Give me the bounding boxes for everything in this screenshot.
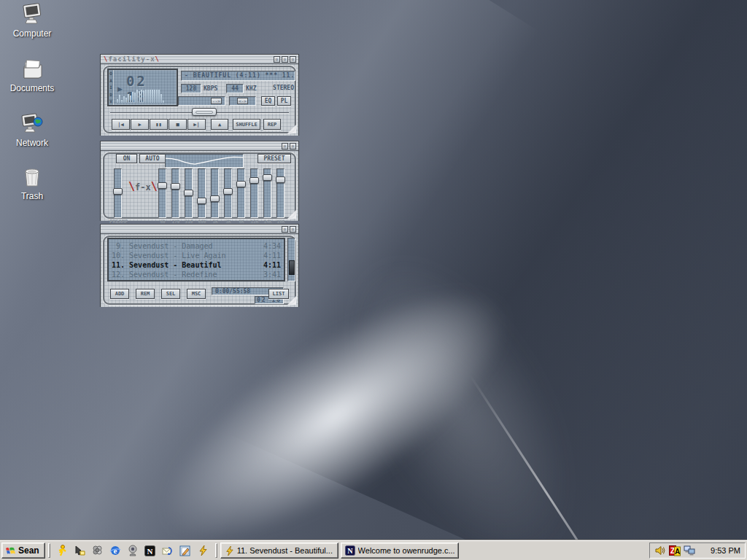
eq-band-knob[interactable] <box>171 183 180 190</box>
balance-slider-handle[interactable]: <-> <box>237 98 248 104</box>
task-button-winamp[interactable]: 11. Sevendust - Beautiful... <box>220 542 338 559</box>
start-button[interactable]: Sean <box>1 542 45 559</box>
media-icon[interactable] <box>74 544 87 557</box>
volume-icon[interactable] <box>654 545 666 556</box>
eq-band-knob[interactable] <box>158 182 167 189</box>
playlist-item[interactable]: 10. Sevendust - Live Again 4:11 <box>112 251 281 260</box>
previous-button[interactable]: |◀ <box>112 119 130 130</box>
playlist-select-button[interactable]: SEL <box>161 289 180 299</box>
aim-icon[interactable] <box>56 544 69 557</box>
volume-slider[interactable]: --> <box>178 96 225 106</box>
playlist-list-button[interactable]: LIST <box>268 289 289 299</box>
desktop-icon-label: Computer <box>6 28 58 39</box>
eq-on-button[interactable]: ON <box>116 154 137 163</box>
pause-button[interactable]: ▮▮ <box>150 119 168 130</box>
playlist-toggle-button[interactable]: PL <box>277 96 291 106</box>
eq-titlebar[interactable]: o o <box>101 141 298 151</box>
zonealarm-icon[interactable]: ZA <box>669 545 681 556</box>
playlist-misc-button[interactable]: MSC <box>187 289 206 299</box>
eq-band-slider[interactable]: 60 <box>158 168 166 218</box>
eq-band-label: 310 <box>182 219 196 224</box>
spectrum-analyzer[interactable] <box>117 87 174 103</box>
main-titlebar[interactable]: \facility-x\ o o o <box>101 55 298 64</box>
eq-band-knob[interactable] <box>263 174 272 181</box>
internet-explorer-icon[interactable]: e <box>109 544 122 557</box>
taskbar-divider[interactable] <box>215 543 217 558</box>
eq-curve <box>165 154 244 168</box>
playlist-item[interactable]: 12. Sevendust - Redefine 3:41 <box>112 270 281 279</box>
shade-icon[interactable]: o <box>282 56 288 63</box>
clutterbar[interactable]: OAIDV <box>109 70 114 105</box>
seek-handle[interactable] <box>192 108 217 116</box>
song-title-marquee[interactable]: - BEAUTIFUL (4:11) *** 11. S <box>181 71 295 81</box>
eq-band-slider[interactable]: 1K <box>211 168 219 218</box>
stop-button[interactable]: ■ <box>169 119 187 130</box>
samplerate-unit: KHZ <box>246 85 256 92</box>
playlist-item[interactable]: 11. Sevendust - Beautiful 4:11 <box>112 260 281 270</box>
playlist-remove-button[interactable]: REM <box>136 289 155 299</box>
desktop-icon-label: Documents <box>6 83 58 93</box>
samplerate-value: 44 <box>226 84 244 93</box>
quick-launch: e N <box>53 544 212 557</box>
next-button[interactable]: ▶| <box>187 119 206 130</box>
eq-band-slider[interactable]: 3K <box>224 168 232 218</box>
eq-band-knob[interactable] <box>210 195 220 202</box>
eq-band-knob[interactable] <box>223 188 233 195</box>
email-icon[interactable] <box>161 544 174 557</box>
icq-icon[interactable] <box>91 544 104 557</box>
shade-icon[interactable]: o <box>282 226 288 233</box>
corner-fold <box>287 210 296 219</box>
taskbar-divider[interactable] <box>48 543 50 558</box>
preamp-slider[interactable] <box>114 168 122 218</box>
eq-preset-button[interactable]: PRESET <box>258 154 291 163</box>
close-icon[interactable]: o <box>290 143 296 149</box>
shuffle-button[interactable]: SHUFFLE <box>233 119 260 130</box>
eq-band-slider[interactable]: 12K <box>250 168 258 218</box>
eq-band-knob[interactable] <box>184 190 193 196</box>
main-title: \facility-x\ <box>104 55 160 63</box>
eject-button[interactable]: ▲ <box>211 119 228 130</box>
shade-icon[interactable]: o <box>282 143 288 149</box>
eq-band-slider[interactable]: 6K <box>237 168 245 218</box>
notes-icon[interactable] <box>179 544 192 557</box>
desktop-icon-documents[interactable]: Documents <box>6 58 58 93</box>
eq-band-knob[interactable] <box>276 176 285 183</box>
svg-text:e: e <box>113 546 117 555</box>
minimize-icon[interactable]: o <box>274 56 280 63</box>
eq-band-slider[interactable]: 600 <box>198 168 206 218</box>
network-tray-icon[interactable] <box>684 545 695 556</box>
eq-band-slider[interactable]: 170 <box>171 168 179 218</box>
repeat-button[interactable]: REP <box>263 119 281 130</box>
playlist-scrollbar-thumb[interactable] <box>289 260 295 275</box>
eq-band-knob[interactable] <box>197 198 206 204</box>
eq-band-knob[interactable] <box>249 177 259 184</box>
preamp-knob[interactable] <box>113 188 123 195</box>
eq-band-slider[interactable]: 310 <box>185 168 193 218</box>
winamp-icon[interactable] <box>196 544 209 557</box>
eq-band-slider[interactable]: 16K <box>276 168 285 218</box>
playlist-add-button[interactable]: ADD <box>110 289 129 299</box>
netscape-icon[interactable]: N <box>144 544 157 557</box>
close-icon[interactable]: o <box>290 56 296 63</box>
desktop-icon-trash[interactable]: Trash <box>6 166 58 201</box>
close-icon[interactable]: o <box>290 226 296 233</box>
play-button[interactable]: ▶ <box>131 119 149 130</box>
eq-band-slider[interactable]: 14K <box>263 168 271 218</box>
desktop-icon-computer[interactable]: Computer <box>6 3 58 39</box>
eq-bands: 60 170 310 600 <box>158 168 285 218</box>
eq-toggle-button[interactable]: EQ <box>261 96 275 106</box>
volume-slider-handle[interactable]: --> <box>211 98 222 104</box>
eq-band-knob[interactable] <box>236 181 246 187</box>
eq-auto-button[interactable]: AUTO <box>139 154 166 163</box>
playlist-list[interactable]: 9. Sevendust - Damaged 4:34 10. Sevendus… <box>107 238 285 281</box>
task-button-netscape[interactable]: N Welcome to owenrudge.c... <box>341 542 459 559</box>
playlist-scrollbar[interactable] <box>287 238 295 281</box>
svg-text:N: N <box>147 546 153 555</box>
playlist-item[interactable]: 9. Sevendust - Damaged 4:34 <box>112 241 281 251</box>
balance-slider[interactable]: <-> <box>229 96 256 106</box>
webcam-icon[interactable] <box>126 544 139 557</box>
desktop-icon-network[interactable]: Network <box>6 112 58 148</box>
channels-label: STEREO <box>273 85 294 91</box>
windows-logo-icon <box>5 546 16 556</box>
playlist-titlebar[interactable]: o o <box>101 225 298 234</box>
